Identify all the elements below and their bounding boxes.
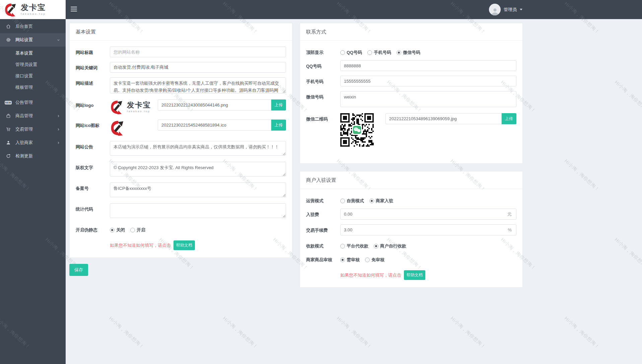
logo-filename-input[interactable] xyxy=(158,99,271,111)
sidebar-item-check-update[interactable]: 检测更新 xyxy=(0,149,66,163)
username: 管理员 xyxy=(504,7,517,13)
sidebar-item-admin-settings[interactable]: 管理员设置 xyxy=(0,59,66,70)
basic-settings-card: 基本设置 网站标题 网站关键词 网站描述 发卡宝是一套功能强大的卡密寄售系统，无… xyxy=(69,23,292,258)
qr-upload-button[interactable]: 上传 xyxy=(502,113,516,124)
gear-icon xyxy=(5,37,11,43)
chevron-right-icon xyxy=(57,128,60,131)
form-row-icp: 备案号 鲁ICP备xxxxxxxx号 xyxy=(76,183,286,199)
mode-option-self[interactable]: 自营模式 xyxy=(340,198,364,204)
ico-preview xyxy=(110,120,158,136)
entry-fee-input[interactable] xyxy=(341,212,503,217)
form-row-collection: 收款模式 平台代收款 商户自行收款 xyxy=(306,240,516,249)
sidebar-item-label: 商品管理 xyxy=(15,113,33,119)
notice-textarea[interactable]: 本店铺为演示店铺，所有展示的商品均非真实商品，仅供填充数据用，请勿购买！！！ xyxy=(110,141,286,156)
card-title-basic: 基本设置 xyxy=(70,23,292,41)
sidebar-item-site-settings[interactable]: 网站设置 xyxy=(0,33,66,47)
radio-icon xyxy=(340,244,345,248)
brand-logo-icon xyxy=(4,2,18,17)
field-label: 微信二维码 xyxy=(306,113,340,147)
copyright-textarea[interactable]: © Copyright 2022-2023 发卡宝. All Rights Re… xyxy=(110,162,286,176)
qq-input[interactable] xyxy=(340,60,516,71)
hamburger-menu-icon[interactable] xyxy=(71,7,77,13)
form-row-ico: 网站ico图标 xyxy=(76,120,286,136)
field-label: 微信号码 xyxy=(306,91,340,108)
stats-code-textarea[interactable] xyxy=(110,203,286,218)
help-doc-button[interactable]: 帮助文档 xyxy=(173,240,195,250)
right-column: 联系方式 顶部显示 QQ号码 手机号码 xyxy=(300,23,523,288)
form-row-phone: 手机号码 xyxy=(306,76,516,86)
radio-icon xyxy=(340,199,345,203)
user-menu[interactable]: 管理员 xyxy=(489,0,522,19)
collection-option-platform[interactable]: 平台代收款 xyxy=(340,243,368,249)
sidebar-item-template-manage[interactable]: 模板管理 xyxy=(0,82,66,93)
icp-textarea[interactable]: 鲁ICP备xxxxxxxx号 xyxy=(110,183,286,197)
description-textarea[interactable]: 发卡宝是一套功能强大的卡密寄售系统，无需人工值守，客户在线购买即可自动完成交易。… xyxy=(110,77,286,93)
sidebar-item-trades[interactable]: 交易管理 xyxy=(0,123,66,136)
field-label: 商家商品审核 xyxy=(306,254,340,263)
qr-filename-input[interactable] xyxy=(385,113,502,124)
sidebar-item-products[interactable]: 商品管理 xyxy=(0,109,66,123)
ico-filename-input[interactable] xyxy=(158,120,271,131)
radio-label: 自营模式 xyxy=(347,198,364,204)
logo-preview-icon xyxy=(110,99,125,115)
form-row-wechat-qr: 微信二维码 上传 xyxy=(306,113,516,147)
audit-option-free[interactable]: 免审核 xyxy=(365,257,384,263)
top-display-option-qq[interactable]: QQ号码 xyxy=(340,50,362,56)
fee-rate-input[interactable] xyxy=(341,227,503,232)
field-label: 网站ico图标 xyxy=(76,120,110,136)
form-row-qq: QQ号码 xyxy=(306,60,516,71)
top-display-option-phone[interactable]: 手机号码 xyxy=(367,50,391,56)
rewrite-option-on[interactable]: 开启 xyxy=(130,227,145,233)
audit-option-required[interactable]: 需审核 xyxy=(340,257,360,263)
radio-icon xyxy=(365,258,370,262)
sidebar-item-dashboard[interactable]: 后台首页 xyxy=(0,20,66,33)
form-row-description: 网站描述 发卡宝是一套功能强大的卡密寄售系统，无需人工值守，客户在线购买即可自动… xyxy=(76,77,286,95)
card-title-contact: 联系方式 xyxy=(300,23,522,41)
sidebar-item-announcement[interactable]: NEW 公告管理 xyxy=(0,96,66,109)
sidebar-item-basic-settings[interactable]: 基本设置 xyxy=(0,48,66,59)
mode-option-merchant[interactable]: 商家入驻 xyxy=(369,198,393,204)
form-row-entry-fee: 入驻费 元 xyxy=(306,209,516,220)
entry-fee-unit: 元 xyxy=(503,211,516,217)
left-column: 基本设置 网站标题 网站关键词 网站描述 发卡宝是一套功能强大的卡密寄售系统，无… xyxy=(69,23,292,276)
save-button[interactable]: 保存 xyxy=(69,264,88,276)
radio-label: 免审核 xyxy=(371,257,384,263)
collection-option-merchant[interactable]: 商户自行收款 xyxy=(374,243,406,249)
brand-domain: fakabao.top xyxy=(21,12,46,15)
caret-down-icon xyxy=(520,9,522,10)
phone-input[interactable] xyxy=(340,76,516,86)
help-text: 如果您不知道如何填写，请点击 xyxy=(340,272,401,278)
top-display-option-wechat[interactable]: 微信号码 xyxy=(397,50,420,56)
rewrite-option-off[interactable]: 关闭 xyxy=(110,227,125,233)
radio-icon xyxy=(340,50,345,55)
sidebar: 发卡宝 fakabao.top 后台首页 网站设置 基本设置 管理员设置 接口设… xyxy=(0,0,66,364)
help-text: 如果您不知道如何填写，请点击 xyxy=(110,242,171,248)
sidebar-item-merchants[interactable]: 入驻商家 xyxy=(0,136,66,149)
form-row-stats: 统计代码 xyxy=(76,203,286,219)
logo-preview-domain: fakabao.top xyxy=(127,110,151,113)
field-label: 运营模式 xyxy=(306,195,340,204)
field-label: 交易手续费 xyxy=(306,224,340,235)
sidebar-item-api-settings[interactable]: 接口设置 xyxy=(0,70,66,82)
logo-upload-button[interactable]: 上传 xyxy=(271,99,286,111)
cart-icon xyxy=(5,127,11,132)
brand-logo[interactable]: 发卡宝 fakabao.top xyxy=(0,0,66,19)
form-row-audit: 商家商品审核 需审核 免审核 xyxy=(306,254,516,263)
refresh-icon xyxy=(5,153,11,159)
radio-checked-icon xyxy=(374,244,378,248)
avatar xyxy=(489,4,501,15)
form-row-mode: 运营模式 自营模式 商家入驻 xyxy=(306,195,516,204)
site-title-input[interactable] xyxy=(110,47,286,57)
wechat-id-textarea[interactable]: weixin xyxy=(340,91,516,107)
keywords-input[interactable] xyxy=(110,62,286,73)
form-row-site-title: 网站标题 xyxy=(76,47,286,57)
topbar: 管理员 xyxy=(66,0,642,19)
form-row-fee-rate: 交易手续费 % xyxy=(306,224,516,235)
form-row-wechat: 微信号码 weixin xyxy=(306,91,516,108)
help-doc-button[interactable]: 帮助文档 xyxy=(404,270,425,280)
field-label: 入驻费 xyxy=(306,209,340,220)
sidebar-menu: 后台首页 网站设置 基本设置 管理员设置 接口设置 模板管理 NEW 公告管理 xyxy=(0,19,66,163)
field-label: 开启伪静态 xyxy=(76,224,110,233)
ico-upload-button[interactable]: 上传 xyxy=(271,120,286,131)
field-label: 顶部显示 xyxy=(306,47,340,56)
